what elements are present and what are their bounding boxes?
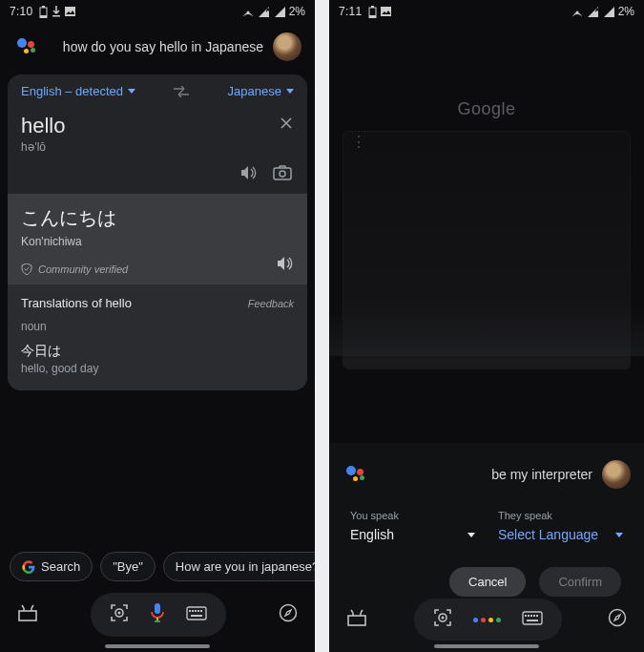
svg-rect-13 xyxy=(189,610,191,612)
chip-bye[interactable]: "Bye" xyxy=(100,552,156,581)
source-language: English – detected xyxy=(21,84,123,98)
svg-rect-1 xyxy=(42,6,45,8)
hotspot-icon xyxy=(241,6,255,17)
assistant-query: how do you say hello in Japanese xyxy=(48,39,263,55)
clock: 7:10 xyxy=(10,5,33,18)
target-romanization: Kon'nichiwa xyxy=(21,235,294,248)
part-of-speech: noun xyxy=(21,320,294,333)
cancel-button[interactable]: Cancel xyxy=(449,567,526,597)
svg-point-10 xyxy=(118,612,121,615)
svg-rect-21 xyxy=(371,6,374,8)
source-text-area[interactable]: hello həˈlō xyxy=(8,108,307,161)
target-language-selector[interactable]: Japanese xyxy=(228,84,294,98)
svg-rect-33 xyxy=(536,615,538,617)
assistant-pill xyxy=(91,593,226,637)
status-left-icons xyxy=(368,6,391,18)
svg-rect-34 xyxy=(527,620,538,621)
snapshot-icon[interactable] xyxy=(346,609,367,630)
svg-rect-23 xyxy=(381,7,391,16)
speaker-icon[interactable] xyxy=(277,256,294,275)
svg-point-19 xyxy=(280,605,297,621)
verified-badge: Community verified xyxy=(21,263,294,275)
svg-point-35 xyxy=(610,610,626,626)
explore-icon[interactable] xyxy=(608,608,627,631)
svg-point-7 xyxy=(280,171,285,177)
source-phonetic: həˈlō xyxy=(21,140,294,154)
clear-button[interactable] xyxy=(279,116,294,135)
svg-rect-6 xyxy=(274,168,291,179)
they-speak-selector[interactable]: They speak Select Language xyxy=(498,510,623,542)
svg-rect-17 xyxy=(200,610,202,612)
interpreter-panel: be my interpreter You speak English They… xyxy=(329,443,644,652)
assistant-logo-icon xyxy=(17,36,38,57)
svg-rect-30 xyxy=(528,615,530,617)
chevron-down-icon xyxy=(286,89,294,94)
camera-icon[interactable] xyxy=(273,165,292,184)
shield-check-icon xyxy=(21,263,32,275)
swap-languages-button[interactable] xyxy=(135,86,228,97)
phone-left: 7:10 2% how do you say hello in Japanese… xyxy=(0,0,315,652)
you-speak-value: English xyxy=(350,527,394,542)
signal-icon xyxy=(275,7,285,17)
svg-rect-8 xyxy=(19,611,36,620)
svg-rect-16 xyxy=(197,610,199,612)
lens-icon[interactable] xyxy=(110,603,129,626)
svg-rect-28 xyxy=(523,612,542,624)
definitions-title: Translations of hello xyxy=(21,296,132,310)
nav-gesture-hint xyxy=(434,644,539,648)
status-bar: 7:11 2% xyxy=(329,0,644,23)
more-icon: ⋮ xyxy=(351,139,366,145)
hotspot-icon xyxy=(571,6,584,17)
phone-right: 7:11 2% Google ⋮ be my interpreter xyxy=(329,0,644,652)
language-row: English – detected Japanese xyxy=(8,74,307,108)
clock: 7:11 xyxy=(339,5,363,18)
image-icon xyxy=(65,7,75,16)
you-speak-label: You speak xyxy=(350,510,475,521)
avatar[interactable] xyxy=(602,460,631,489)
microphone-icon[interactable] xyxy=(150,602,165,627)
assistant-logo-icon xyxy=(346,464,367,485)
chevron-down-icon xyxy=(128,89,135,94)
download-icon xyxy=(52,6,61,17)
battery-percent: 2% xyxy=(289,5,305,18)
snapshot-icon[interactable] xyxy=(17,604,38,625)
status-bar: 7:10 2% xyxy=(0,0,315,23)
battery-indicator-icon xyxy=(39,6,48,18)
assistant-query: be my interpreter xyxy=(377,467,592,483)
definitions-block: Translations of hello Feedback noun 今日は … xyxy=(8,284,307,390)
source-language-selector[interactable]: English – detected xyxy=(21,84,135,98)
background-terrain xyxy=(329,308,644,356)
svg-rect-12 xyxy=(187,607,206,620)
assistant-input-bar xyxy=(0,593,315,637)
svg-rect-15 xyxy=(195,610,197,612)
lens-icon[interactable] xyxy=(433,608,452,631)
chip-search[interactable]: Search xyxy=(10,552,93,581)
nav-gesture-hint xyxy=(105,644,210,648)
they-speak-value: Select Language xyxy=(498,527,598,542)
svg-rect-31 xyxy=(530,615,532,617)
svg-rect-4 xyxy=(65,7,75,16)
battery-percent: 2% xyxy=(618,5,634,18)
explore-icon[interactable] xyxy=(279,603,298,626)
avatar[interactable] xyxy=(273,32,301,61)
source-actions xyxy=(8,161,307,194)
speaker-icon[interactable] xyxy=(240,165,258,184)
svg-rect-18 xyxy=(191,615,202,617)
svg-rect-25 xyxy=(348,616,365,625)
svg-rect-32 xyxy=(533,615,535,617)
status-right-icons: 2% xyxy=(571,5,634,18)
svg-rect-2 xyxy=(40,15,47,18)
signal-icon xyxy=(604,7,614,17)
keyboard-icon[interactable] xyxy=(186,606,207,624)
keyboard-icon[interactable] xyxy=(522,611,543,629)
they-speak-label: They speak xyxy=(498,510,623,521)
feedback-link[interactable]: Feedback xyxy=(248,298,294,309)
assistant-listening-icon[interactable] xyxy=(473,618,501,622)
background-google-label: Google xyxy=(329,99,644,119)
battery-indicator-icon xyxy=(368,6,377,18)
translate-card: English – detected Japanese hello həˈlō … xyxy=(8,74,307,390)
confirm-button[interactable]: Confirm xyxy=(539,567,621,597)
you-speak-selector[interactable]: You speak English xyxy=(350,510,475,542)
chip-howareyou[interactable]: How are you in japanese? xyxy=(163,552,315,581)
source-word: hello xyxy=(21,114,294,138)
